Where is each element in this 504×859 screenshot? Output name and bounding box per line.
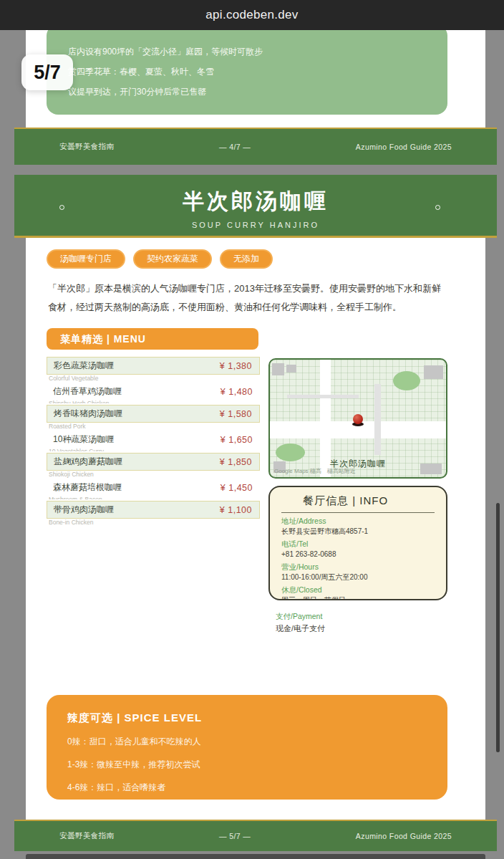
map-park — [393, 371, 420, 390]
map-building — [424, 365, 443, 379]
menu-item-name: 森林蘑菇培根咖喱 — [53, 481, 122, 494]
feature-tags: 汤咖喱专门店契约农家蔬菜无添加 — [47, 249, 273, 269]
map-road-minor-vertical — [374, 384, 381, 455]
note-line: 赏四季花草：春樱、夏萤、秋叶、冬雪 — [68, 62, 447, 82]
footer-left-text: 安曇野美食指南 — [59, 831, 114, 841]
menu-item-english-label: Roasted Pork — [49, 423, 260, 430]
menu-item-name: 彩色蔬菜汤咖喱 — [54, 360, 114, 372]
menu-item-row: 10种蔬菜汤咖喱 ¥ 1,650 — [47, 431, 260, 448]
footer-right-text: Azumino Food Guide 2025 — [356, 832, 452, 840]
menu-item-row: 盐麹鸡肉蘑菇咖喱 ¥ 1,850 — [47, 453, 260, 471]
info-card-heading: 餐厅信息 | INFO — [281, 493, 435, 512]
spice-level-line: 1-3辣：微辣至中辣，推荐初次尝试 — [67, 759, 447, 771]
next-page-edge — [26, 854, 485, 859]
footer-page-number: — 5/7 — — [219, 832, 251, 840]
footer-page-number: — 4/7 — — [219, 143, 251, 151]
map-building — [272, 363, 284, 375]
page-indicator-text: 5/7 — [34, 62, 61, 84]
note-line: 议提早到达，开门30分钟后常已售罄 — [68, 82, 447, 102]
document-page-4: 店内设有900坪的「交流小径」庭园，等候时可散步赏四季花草：春樱、夏萤、秋叶、冬… — [26, 30, 485, 165]
restaurant-subtitle: SOUP CURRY HANJIRO — [14, 221, 497, 229]
menu-item-name: 10种蔬菜汤咖喱 — [53, 433, 114, 446]
spice-level-box: 辣度可选 | SPICE LEVEL 0辣：甜口，适合儿童和不吃辣的人1-3辣：… — [47, 695, 447, 800]
info-fields: 地址/Address 长野县安曇野市穗高4857-1 电话/Tel +81 26… — [281, 517, 435, 600]
info-field: 营业/Hours 11:00-16:00/周五六至20:00 — [281, 562, 435, 582]
menu-item-price: ¥ 1,850 — [220, 457, 252, 467]
menu-item: 盐麹鸡肉蘑菇咖喱 ¥ 1,850 Shiokoji Chicken — [47, 453, 260, 478]
menu-item-price: ¥ 1,650 — [220, 435, 253, 445]
info-field-value: 11:00-16:00/周五六至20:00 — [281, 573, 376, 582]
info-field-label: 休息/Closed — [281, 585, 435, 595]
note-line: 店内设有900坪的「交流小径」庭园，等候时可散步 — [68, 42, 447, 62]
menu-item-name: 盐麹鸡肉蘑菇咖喱 — [54, 456, 122, 468]
menu-item-price: ¥ 1,100 — [220, 505, 252, 515]
spice-level-line: 4-6辣：辣口，适合嗜辣者 — [67, 782, 447, 794]
page5-footer: 安曇野美食指南 — 5/7 — Azumino Food Guide 2025 — [14, 820, 497, 851]
menu-item-name: 带骨鸡肉汤咖喱 — [54, 504, 114, 516]
browser-url-title: api.codeben.dev — [205, 8, 298, 22]
map-attribution: Google Maps 穗高 穗高站附近 — [274, 467, 356, 475]
info-field: 地址/Address 长野县安曇野市穗高4857-1 — [281, 517, 435, 536]
restaurant-header-banner: 半次郎汤咖喱 SOUP CURRY HANJIRO — [14, 175, 497, 238]
info-field: 电话/Tel +81 263-82-0688 — [281, 539, 435, 559]
menu-item-row: 森林蘑菇培根咖喱 ¥ 1,450 — [47, 479, 260, 496]
menu-item-english-label: Bone-in Chicken — [49, 519, 260, 526]
map-pin-icon — [353, 414, 363, 424]
menu-item: 烤香味猪肉汤咖喱 ¥ 1,580 Roasted Pork — [47, 405, 260, 430]
info-divider — [281, 512, 435, 513]
spice-level-lines: 0辣：甜口，适合儿童和不吃辣的人1-3辣：微辣至中辣，推荐初次尝试4-6辣：辣口… — [67, 736, 447, 794]
payment-value: 现金/电子支付 — [276, 624, 325, 633]
tag-pill: 汤咖喱专门店 — [47, 249, 125, 269]
page-indicator-badge: 5/7 — [21, 54, 73, 90]
menu-item: 10种蔬菜汤咖喱 ¥ 1,650 10 Vegetables Curry — [47, 431, 260, 451]
decor-dot-left — [59, 205, 64, 210]
menu-item-english-label: Colorful Vegetable — [49, 375, 260, 382]
info-field-value: 长野县安曇野市穗高4857-1 — [281, 527, 435, 536]
document-page-5: 半次郎汤咖喱 SOUP CURRY HANJIRO 汤咖喱专门店契约农家蔬菜无添… — [26, 175, 485, 851]
info-field-value: 周三、周日、节假日 — [281, 596, 435, 600]
spice-level-heading: 辣度可选 | SPICE LEVEL — [67, 711, 447, 725]
info-field-value: +81 263-82-0688 — [281, 550, 435, 559]
spice-level-line: 0辣：甜口，适合儿童和不吃辣的人 — [67, 736, 447, 748]
menu-item-english-label: Mushroom & Bacon — [49, 496, 260, 499]
menu-item-price: ¥ 1,580 — [220, 409, 252, 419]
menu-section-heading: 菜单精选 | MENU — [47, 328, 258, 350]
menu-item-english-label: 10 Vegetables Curry — [49, 448, 260, 451]
menu-item: 带骨鸡肉汤咖喱 ¥ 1,100 Bone-in Chicken — [47, 501, 260, 526]
vertical-scrollbar-thumb[interactable] — [496, 503, 500, 752]
menu-item-name: 信州香草鸡汤咖喱 — [53, 385, 122, 398]
page4-footer: 安曇野美食指南 — 4/7 — Azumino Food Guide 2025 — [14, 128, 497, 165]
location-map: 半次郎汤咖喱 Google Maps 穗高 穗高站附近 — [268, 358, 447, 479]
menu-list: 彩色蔬菜汤咖喱 ¥ 1,380 Colorful Vegetable 信州香草鸡… — [47, 357, 260, 527]
menu-item-row: 带骨鸡肉汤咖喱 ¥ 1,100 — [47, 501, 260, 519]
decor-dot-right — [435, 205, 440, 210]
menu-item-row: 信州香草鸡汤咖喱 ¥ 1,480 — [47, 383, 260, 400]
info-field-label: 电话/Tel — [281, 539, 435, 549]
menu-item: 彩色蔬菜汤咖喱 ¥ 1,380 Colorful Vegetable — [47, 357, 260, 382]
menu-item-english-label: Shinshu Herb Chicken — [49, 400, 260, 403]
tag-pill: 无添加 — [220, 249, 273, 269]
info-field-label: 营业/Hours — [281, 562, 435, 572]
menu-item-name: 烤香味猪肉汤咖喱 — [54, 408, 122, 420]
payment-info: 支付/Payment 现金/电子支付 — [276, 612, 325, 633]
menu-item: 森林蘑菇培根咖喱 ¥ 1,450 Mushroom & Bacon — [47, 479, 260, 499]
menu-item-row: 烤香味猪肉汤咖喱 ¥ 1,580 — [47, 405, 260, 423]
restaurant-info-card: 餐厅信息 | INFO 地址/Address 长野县安曇野市穗高4857-1 电… — [268, 486, 447, 600]
menu-item-english-label: Shiokoji Chicken — [49, 471, 260, 478]
info-field: 休息/Closed 周三、周日、节假日 — [281, 585, 435, 600]
menu-item-price: ¥ 1,450 — [220, 483, 253, 493]
tips-note-box: 店内设有900坪的「交流小径」庭园，等候时可散步赏四季花草：春樱、夏萤、秋叶、冬… — [47, 24, 447, 115]
payment-label: 支付/Payment — [276, 612, 325, 621]
menu-item-row: 彩色蔬菜汤咖喱 ¥ 1,380 — [47, 357, 260, 375]
map-road-minor-horizontal — [287, 395, 359, 398]
footer-left-text: 安曇野美食指南 — [59, 142, 114, 152]
menu-item: 信州香草鸡汤咖喱 ¥ 1,480 Shinshu Herb Chicken — [47, 383, 260, 403]
footer-right-text: Azumino Food Guide 2025 — [356, 143, 452, 151]
browser-top-bar: api.codeben.dev — [0, 0, 504, 30]
map-building — [286, 365, 296, 373]
menu-item-price: ¥ 1,480 — [220, 387, 253, 397]
restaurant-description: 「半次郎」原本是横滨的人气汤咖喱专门店，2013年迁移至安曇野。使用安曇野的地下… — [48, 279, 443, 317]
menu-item-price: ¥ 1,380 — [220, 361, 252, 371]
restaurant-title: 半次郎汤咖喱 — [14, 175, 497, 216]
tag-pill: 契约农家蔬菜 — [133, 249, 212, 269]
